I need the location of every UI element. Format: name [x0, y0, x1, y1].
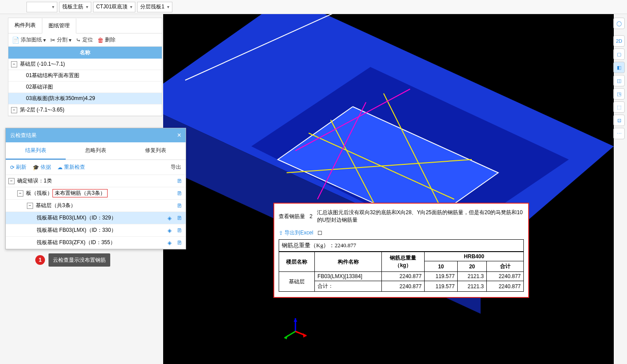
combo-3[interactable]: CTJ01双底顶▾	[93, 2, 135, 12]
3d-viewport[interactable]	[163, 14, 614, 364]
steel-toolbar: ⇪导出到Excel ☐	[279, 227, 524, 239]
view-cube-face-icon[interactable]: ◳	[613, 88, 625, 100]
th-sum: 合计	[487, 261, 524, 272]
locate-button[interactable]: ⤷定位	[76, 36, 93, 44]
steel-total-weight: 钢筋总重量（Kg）：2240.877	[279, 239, 524, 252]
ct-row-floor[interactable]: −基础层（共3条）🖹	[6, 200, 186, 212]
export-button[interactable]: 导出	[171, 163, 181, 171]
close-icon[interactable]: ×	[177, 131, 181, 139]
collapse-icon[interactable]: −	[17, 190, 23, 197]
locate-icon: ⤷	[76, 37, 81, 44]
annotation-badge-2: 2	[310, 213, 313, 219]
steel-popup-header: 查看钢筋量 2 汇总该图元后没有双向32的底筋和X向28、Y向25面筋的钢筋量，…	[279, 207, 524, 227]
tree-item[interactable]: 02基础详图	[8, 82, 162, 93]
chevron-down-icon: ▾	[130, 4, 132, 9]
tree-group-foundation[interactable]: −基础层 (-10.1~-7.1)	[8, 59, 162, 70]
ct-row-item[interactable]: 筏板基础 FB03(ZFX)（ID：355）◈🖹	[6, 237, 186, 249]
locate-icon[interactable]: ◈	[168, 215, 172, 221]
export-row-icon[interactable]: 🖹	[177, 203, 182, 209]
table-row: 基础层 FB03(LMX)[13384] 2240.877 119.577 21…	[279, 272, 524, 281]
view-wire-icon[interactable]: ⬚	[613, 101, 625, 113]
cloud-tab-results[interactable]: 结果列表	[6, 142, 66, 160]
cloud-tab-ignored[interactable]: 忽略列表	[66, 142, 126, 160]
collapse-icon[interactable]: −	[11, 61, 17, 67]
th-component: 构件名称	[315, 252, 382, 272]
top-toolbar: ▾ 筏板主筋▾ CTJ01双底顶▾ 分层筏板1▾	[0, 0, 627, 14]
refresh-icon: ⟳	[10, 164, 15, 171]
combo-4[interactable]: 分层筏板1▾	[137, 2, 172, 12]
highlight-box: 未布置钢筋（共3条）	[52, 189, 108, 197]
cloud-result-tree: −确定错误：1类🖹 −板（筏板）未布置钢筋（共3条）🖹 −基础层（共3条）🖹 筏…	[6, 175, 186, 249]
export-row-icon[interactable]: 🖹	[177, 227, 182, 234]
export-row-icon[interactable]: 🖹	[177, 215, 182, 221]
panel-tabs: 构件列表 图纸管理	[8, 18, 162, 33]
view-iso-icon[interactable]: ⊡	[613, 115, 625, 126]
view-2d-button[interactable]: 2D	[613, 35, 625, 47]
cloud-title-bar: 云检查结果 ×	[6, 128, 186, 142]
view-more-icon[interactable]: ⋯	[613, 128, 625, 139]
delete-button[interactable]: 🗑删除	[97, 36, 116, 44]
collapse-icon[interactable]: −	[11, 107, 17, 113]
view-mode-icon[interactable]: ◯	[613, 18, 625, 29]
ct-row-root[interactable]: −确定错误：1类🖹	[6, 175, 186, 187]
export-excel-button[interactable]: ⇪导出到Excel	[279, 229, 313, 237]
ct-row-item[interactable]: 筏板基础 FB03(LMX)（ID：330）◈🖹	[6, 224, 186, 237]
th-weight: 钢筋总重量 （kg）	[382, 252, 425, 272]
page-add-icon: 📄	[12, 37, 19, 44]
export-icon: ⇪	[279, 230, 283, 236]
chevron-down-icon: ▾	[86, 4, 88, 9]
view-cube-solid-icon[interactable]: ◧	[613, 62, 625, 73]
locate-icon[interactable]: ◈	[168, 227, 172, 234]
chevron-down-icon: ▾	[52, 4, 54, 9]
add-drawing-button[interactable]: 📄添加图纸 ▾	[12, 36, 46, 44]
cloud-tab-fixed[interactable]: 修复列表	[126, 142, 186, 160]
collapse-icon[interactable]: −	[27, 203, 33, 209]
annotation-text-1: 云检查显示没布置钢筋	[49, 253, 110, 267]
cloud-check-panel: 云检查结果 × 结果列表 忽略列表 修复列表 ⟳刷新 🎓依据 ☁重新检查 导出 …	[5, 128, 186, 249]
basis-button[interactable]: 🎓依据	[33, 163, 51, 171]
export-row-icon[interactable]: 🖹	[177, 240, 182, 246]
steel-popup-title: 查看钢筋量	[279, 213, 305, 220]
table-row: 合计： 2240.877 119.577 2121.3 2240.877	[279, 281, 524, 292]
locate-icon[interactable]: ◈	[168, 240, 172, 246]
checkbox[interactable]: ☐	[317, 230, 322, 236]
annotation-1: 1 云检查显示没布置钢筋	[35, 253, 110, 267]
th-10: 10	[425, 261, 458, 272]
tree-item[interactable]: 01基础结构平面布置图	[8, 70, 162, 82]
refresh-button[interactable]: ⟳刷新	[10, 163, 26, 171]
th-20: 20	[458, 261, 487, 272]
annotation-badge-1: 1	[35, 255, 45, 265]
export-row-icon[interactable]: 🖹	[177, 178, 182, 184]
column-header-name: 名称	[8, 47, 162, 59]
chevron-down-icon: ▾	[69, 37, 71, 43]
split-button[interactable]: ✂分割 ▾	[50, 36, 71, 44]
view-cube-edge-icon[interactable]: ◫	[613, 75, 625, 86]
cloud-title-text: 云检查结果	[10, 132, 37, 139]
model-svg	[163, 14, 614, 364]
drawing-tree: −基础层 (-10.1~-7.1) 01基础结构平面布置图 02基础详图 03底…	[8, 59, 162, 116]
scissors-icon: ✂	[50, 37, 56, 44]
cloud-tabs: 结果列表 忽略列表 修复列表	[6, 142, 186, 160]
combo-2[interactable]: 筏板主筋▾	[59, 2, 91, 12]
ct-row-item[interactable]: 筏板基础 FB03(LMX)（ID：329）◈🖹	[6, 212, 186, 224]
tab-component-list[interactable]: 构件列表	[8, 18, 42, 33]
trash-icon: 🗑	[97, 37, 104, 44]
svg-marker-13	[294, 318, 297, 322]
tree-item[interactable]: 03底板图(防水板350mm)4.29	[8, 93, 162, 104]
ct-row-category[interactable]: −板（筏板）未布置钢筋（共3条）🖹	[6, 187, 186, 200]
combo-1[interactable]: ▾	[26, 2, 57, 12]
cloud-icon: ☁	[57, 164, 63, 171]
annotation-text-2: 汇总该图元后没有双向32的底筋和X向28、Y向25面筋的钢筋量，但是有20的马凳…	[317, 209, 524, 224]
tab-drawing-manage[interactable]: 图纸管理	[42, 19, 76, 33]
tree-group-level-2[interactable]: −第-2层 (-7.1~-3.65)	[8, 104, 162, 116]
export-row-icon[interactable]: 🖹	[177, 190, 182, 197]
chevron-down-icon: ▾	[43, 37, 46, 43]
steel-table: 楼层名称 构件名称 钢筋总重量 （kg） HRB400 10 20 合计 基础层…	[279, 252, 524, 292]
hat-icon: 🎓	[33, 164, 39, 171]
view-cube-icon[interactable]: ▢	[613, 48, 625, 60]
steel-quantity-popup: 查看钢筋量 2 汇总该图元后没有双向32的底筋和X向28、Y向25面筋的钢筋量，…	[273, 203, 529, 298]
recheck-button[interactable]: ☁重新检查	[57, 163, 85, 171]
chevron-down-icon: ▾	[167, 4, 169, 9]
drawing-toolbar: 📄添加图纸 ▾ ✂分割 ▾ ⤷定位 🗑删除	[8, 33, 162, 47]
collapse-icon[interactable]: −	[8, 178, 15, 184]
